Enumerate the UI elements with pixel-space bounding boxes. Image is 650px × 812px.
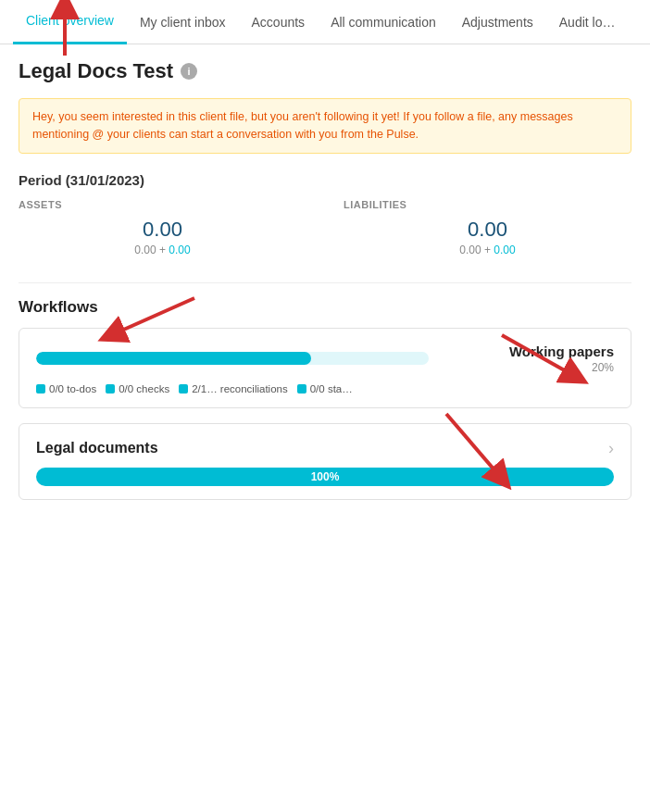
nav-client-overview[interactable]: Client overview	[13, 0, 127, 44]
tag-checks-label: 0/0 checks	[119, 383, 169, 394]
assets-label: ASSETS	[19, 199, 306, 210]
liabilities-link[interactable]: 0.00	[494, 244, 515, 256]
info-icon[interactable]: i	[181, 63, 197, 80]
tag-sta-label: 0/0 sta…	[310, 383, 353, 394]
nav-all-communication[interactable]: All communication	[318, 0, 449, 44]
assets-col: ASSETS 0.00 0.00 + 0.00	[19, 199, 306, 256]
working-papers-pct: 20%	[447, 361, 614, 374]
tag-todos: 0/0 to-dos	[36, 383, 96, 394]
tag-sta: 0/0 sta…	[297, 383, 353, 394]
workflow-progress-fill	[36, 352, 311, 365]
period-section: Period (31/01/2023) ASSETS 0.00 0.00 + 0…	[19, 172, 631, 283]
tag-checks: 0/0 checks	[106, 383, 169, 394]
liabilities-col: LIABILITIES 0.00 0.00 + 0.00	[344, 199, 631, 256]
period-title: Period (31/01/2023)	[19, 172, 631, 188]
nav-accounts[interactable]: Accounts	[239, 0, 319, 44]
alert-banner: Hey, you seem interested in this client …	[19, 98, 631, 154]
workflow-card-inner: Working papers 20%	[36, 344, 614, 374]
nav-audit-log[interactable]: Audit lo…	[546, 0, 629, 44]
workflow-progress-bg	[36, 352, 429, 365]
workflow-right-panel: Working papers 20%	[447, 344, 614, 374]
page-title-section: Legal Docs Test i	[19, 59, 631, 83]
legal-progress-label: 100%	[311, 470, 340, 483]
legal-docs-section: Legal documents › 100%	[19, 423, 631, 500]
workflow-progress-wrap	[36, 352, 429, 365]
nav-my-client-inbox[interactable]: My client inbox	[127, 0, 239, 44]
workflows-title: Workflows	[19, 298, 631, 317]
assets-sub: 0.00 + 0.00	[19, 244, 306, 256]
legal-progress-bar: 100%	[36, 468, 614, 486]
liabilities-label: LIABILITIES	[344, 199, 631, 210]
balance-row: ASSETS 0.00 0.00 + 0.00 LIABILITIES 0.00…	[19, 199, 631, 268]
liabilities-amount: 0.00	[344, 218, 631, 242]
assets-amount: 0.00	[19, 218, 306, 242]
workflow-card[interactable]: Working papers 20% 0/0 to-dos 0/0 checks…	[19, 328, 631, 408]
legal-documents-title: Legal documents	[36, 440, 158, 456]
navigation-bar: Client overview My client inbox Accounts…	[0, 0, 650, 44]
working-papers-title: Working papers	[447, 344, 614, 359]
tag-dot-reconciliations	[179, 384, 188, 394]
tag-dot-todos	[36, 384, 45, 394]
liabilities-sub: 0.00 + 0.00	[344, 244, 631, 256]
legal-card-header: Legal documents ›	[36, 439, 614, 458]
workflows-section: Workflows Working papers 20%	[19, 298, 631, 408]
legal-documents-card[interactable]: Legal documents › 100%	[19, 423, 631, 500]
page-title: Legal Docs Test	[19, 59, 173, 83]
tag-dot-sta	[297, 384, 306, 394]
tag-dot-checks	[106, 384, 115, 394]
assets-link[interactable]: 0.00	[169, 244, 190, 256]
nav-adjustments[interactable]: Adjustments	[449, 0, 546, 44]
legal-card-chevron-icon[interactable]: ›	[608, 439, 614, 458]
tag-reconciliations-label: 2/1… reconciliations	[192, 383, 288, 394]
tag-reconciliations: 2/1… reconciliations	[179, 383, 288, 394]
workflow-tags: 0/0 to-dos 0/0 checks 2/1… reconciliatio…	[36, 383, 614, 394]
tag-todos-label: 0/0 to-dos	[49, 383, 96, 394]
